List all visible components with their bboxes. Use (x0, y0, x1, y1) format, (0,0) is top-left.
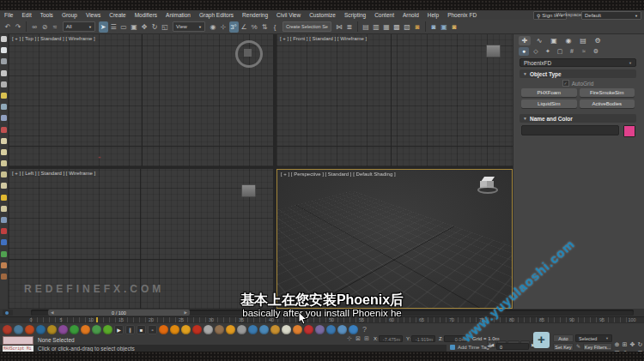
cameras-category[interactable]: ▢ (555, 47, 565, 56)
create-selection-set-field[interactable]: Create Selection Se (283, 21, 331, 32)
helpers-category[interactable]: # (567, 47, 577, 56)
motion-tab[interactable]: ◉ (562, 36, 574, 45)
viewcube[interactable] (477, 175, 500, 197)
cup-icon[interactable] (282, 325, 291, 334)
viewport-perspective-label[interactable]: [ + ] [ Perspective ] [ Standard ] [ Def… (281, 171, 396, 177)
vray-image-icon[interactable] (1, 58, 7, 64)
menu-graph-editors[interactable]: Graph Editors (195, 12, 238, 18)
maxscript-mini-listener[interactable] (3, 336, 33, 345)
menu-rendering[interactable]: Rendering (238, 12, 272, 18)
globe-icon[interactable] (326, 325, 336, 334)
selection-filter-dropdown[interactable]: All▼ (63, 21, 95, 32)
add-time-tag[interactable]: Add Time Tag (458, 345, 489, 350)
menu-scripting[interactable]: Scripting (340, 12, 370, 18)
unlink-icon[interactable]: ⊘ (40, 21, 50, 33)
select-object-icon[interactable]: ➤ (99, 21, 108, 33)
vray-eye-icon[interactable] (1, 36, 7, 42)
scale-icon[interactable]: ◱ (161, 21, 170, 33)
splash-orange-icon[interactable] (181, 325, 191, 334)
manipulate-icon[interactable]: ⊹ (219, 21, 228, 33)
menu-views[interactable]: Views (82, 12, 105, 18)
viewport-front-label[interactable]: [ + ] [ Front ] [ Standard ] [ Wireframe… (280, 36, 367, 41)
viewcube[interactable] (486, 45, 501, 57)
edit-named-selections-icon[interactable]: { (270, 21, 280, 33)
menu-create[interactable]: Create (105, 12, 131, 18)
utilities-tab[interactable]: ⚙ (592, 36, 604, 45)
viewport-left[interactable]: [ + ] [ Left ] [ Standard ] [ Wireframe … (9, 169, 273, 309)
vray-brownball-icon[interactable] (1, 274, 7, 280)
hazard-icon[interactable] (47, 325, 57, 334)
rect-selection-region-icon[interactable]: ▭ (119, 21, 129, 33)
vray-eye2-icon[interactable] (1, 171, 7, 177)
spinner-snap-icon[interactable]: ⇅ (260, 21, 270, 33)
vray-red-icon[interactable] (1, 127, 7, 133)
window-crossing-icon[interactable]: ▣ (130, 21, 139, 33)
menu-edit[interactable]: Edit (17, 12, 35, 18)
sim-pause-icon[interactable]: ∥ (125, 325, 135, 334)
lights-category[interactable]: ✦ (543, 47, 553, 56)
scene-explorer-icon[interactable]: ▤ (361, 21, 370, 33)
vray-lamp-icon[interactable] (1, 93, 7, 99)
phoenix-help-icon[interactable]: ? (360, 325, 369, 334)
chair-icon[interactable] (215, 325, 224, 334)
render-icon[interactable]: ◙ (449, 21, 459, 33)
viewport-top[interactable]: [ + ] [ Top ] [ Standard ] [ Wireframe ]… (9, 34, 273, 166)
undo-icon[interactable]: ↶ (3, 21, 13, 33)
menu-customize[interactable]: Customize (305, 12, 340, 18)
object-type-button-phxfoam[interactable]: PHXFoam (521, 88, 577, 97)
shapes-category[interactable]: ◇ (531, 47, 541, 56)
vray-cone-icon[interactable] (1, 183, 7, 189)
set-key-button[interactable]: Set Key (553, 343, 574, 351)
sim-delete-icon[interactable]: ▫ (148, 325, 157, 334)
mug-icon[interactable] (270, 325, 280, 334)
cloud-icon[interactable] (237, 325, 246, 334)
object-type-button-liquidsim[interactable]: LiquidSim (521, 99, 577, 108)
spacewarps-category[interactable]: ≈ (579, 47, 589, 56)
object-color-swatch[interactable] (623, 125, 635, 137)
snaps-toggle-icon[interactable]: 3° (229, 21, 239, 33)
category-dropdown[interactable]: PhoenixFD ▼ (519, 58, 636, 67)
systems-category[interactable]: ⚙ (591, 47, 601, 56)
fire-preset-icon[interactable] (25, 325, 34, 334)
set-key-brush-icon[interactable]: ✎ (576, 343, 580, 349)
vray-leaf-icon[interactable] (1, 251, 7, 257)
mirror-icon[interactable]: ⋈ (334, 21, 343, 33)
wave-icon[interactable] (349, 325, 358, 334)
rotate-icon[interactable]: ↻ (150, 21, 160, 33)
viewport-front[interactable]: [ + ] [ Front ] [ Standard ] [ Wireframe… (276, 34, 513, 166)
select-by-name-icon[interactable]: ☰ (109, 21, 118, 33)
menu-tools[interactable]: Tools (36, 12, 58, 18)
flame1-icon[interactable] (159, 325, 168, 334)
vray-sphere-icon[interactable] (1, 160, 7, 166)
candle-icon[interactable] (226, 325, 235, 334)
splash-red-icon[interactable] (192, 325, 202, 334)
viewport-top-label[interactable]: [ + ] [ Top ] [ Standard ] [ Wireframe ] (12, 36, 95, 41)
sim-play-icon[interactable]: ▶ (114, 325, 124, 334)
vray-rain-icon[interactable] (1, 217, 7, 223)
redball-icon[interactable] (304, 325, 313, 334)
material-editor-icon[interactable]: ◙ (412, 21, 422, 33)
curve-editor-icon[interactable]: ▩ (392, 21, 401, 33)
auto-key-button[interactable]: Auto Key (553, 334, 574, 342)
name-color-rollout[interactable]: ▼ Name and Color (519, 114, 636, 123)
starburst-icon[interactable] (103, 325, 112, 334)
schematic-view-icon[interactable]: ▧ (402, 21, 411, 33)
menu-file[interactable]: File (0, 12, 17, 18)
flame2-icon[interactable] (170, 325, 179, 334)
grid-preset-icon[interactable] (92, 325, 101, 334)
viewcube[interactable] (235, 40, 263, 68)
align-icon[interactable]: ≣ (344, 21, 354, 33)
waterdrop-icon[interactable] (248, 325, 258, 334)
vray-list-icon[interactable] (1, 81, 7, 87)
hierarchy-tab[interactable]: ▣ (548, 36, 560, 45)
sim-stop-icon[interactable]: ■ (137, 325, 146, 334)
boat-icon[interactable] (259, 325, 269, 334)
ribbon-toggle-icon[interactable]: ▦ (381, 21, 391, 33)
purple-preset-icon[interactable] (58, 325, 68, 334)
rendered-frame-icon[interactable]: ▣ (439, 21, 448, 33)
viewport-left-label[interactable]: [ + ] [ Left ] [ Standard ] [ Wireframe … (12, 171, 95, 176)
menu-civil-view[interactable]: Civil View (272, 12, 305, 18)
clock-icon[interactable] (204, 325, 213, 334)
current-frame-field[interactable]: 0 (496, 343, 529, 350)
snowflake-icon[interactable] (14, 325, 23, 334)
